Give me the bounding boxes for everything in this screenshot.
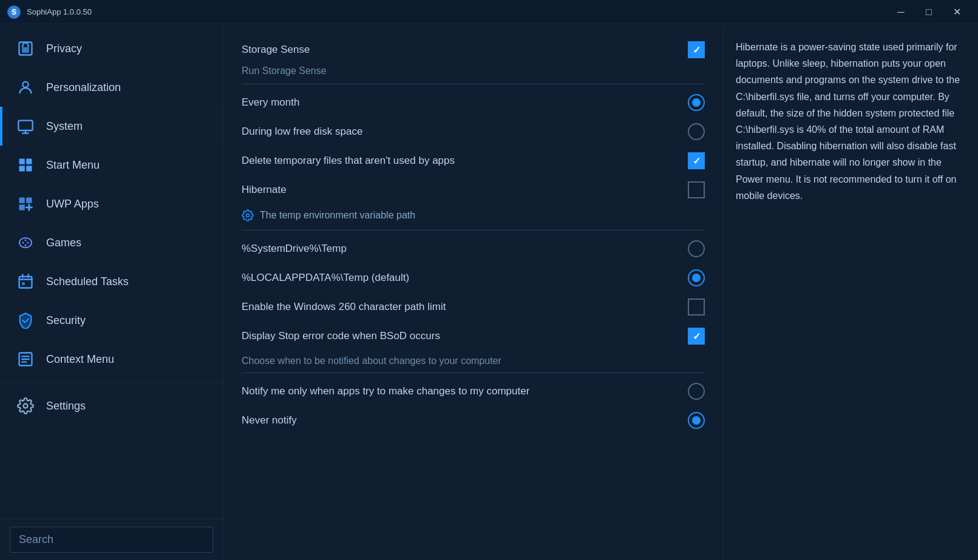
sidebar-context-menu-label: Context Menu <box>46 353 114 366</box>
uac-section-title: Choose when to be notified about changes… <box>242 352 705 368</box>
low-disk-space-row: During low free disk space <box>242 118 705 145</box>
svg-rect-10 <box>19 204 25 210</box>
sidebar-games-label: Games <box>46 237 81 249</box>
delete-temp-checkbox[interactable]: ✓ <box>688 152 705 169</box>
delete-temp-row: Delete temporary files that aren't used … <box>242 147 705 174</box>
minimize-button[interactable]: ─ <box>887 2 915 22</box>
notify-apps-radio[interactable] <box>688 383 705 400</box>
storage-sense-check: ✓ <box>693 44 701 56</box>
hibernate-checkbox[interactable] <box>688 181 705 198</box>
storage-sense-label: Storage Sense <box>242 44 688 56</box>
sidebar-item-privacy[interactable]: Privacy <box>0 29 223 68</box>
low-disk-space-label: During low free disk space <box>242 126 688 138</box>
sidebar-scheduled-tasks-label: Scheduled Tasks <box>46 275 129 288</box>
svg-point-14 <box>25 245 27 246</box>
never-notify-radio[interactable] <box>688 412 705 429</box>
info-panel: Hibernate is a power-saving state used p… <box>723 24 978 560</box>
systemdrive-temp-label: %SystemDrive%\Temp <box>242 243 688 255</box>
never-notify-row: Never notify <box>242 407 705 434</box>
sidebar-item-system[interactable]: System <box>0 107 223 146</box>
sidebar-nav: Privacy Personalization <box>0 24 223 519</box>
content-area: Storage Sense ✓ Run Storage Sense Every … <box>223 24 723 560</box>
svg-point-12 <box>27 242 29 244</box>
personalization-icon <box>15 76 36 98</box>
divider-1 <box>242 84 705 84</box>
every-month-dot <box>692 98 701 107</box>
temp-path-label: The temp environment variable path <box>260 210 415 221</box>
every-month-label: Every month <box>242 96 688 109</box>
context-menu-icon <box>15 348 36 370</box>
svg-rect-1 <box>22 47 29 53</box>
divider-3 <box>242 373 705 373</box>
localappdata-temp-radio[interactable] <box>688 269 705 286</box>
sidebar-divider <box>0 382 223 383</box>
app-logo: S <box>7 5 21 19</box>
localappdata-temp-row: %LOCALAPPDATA%\Temp (default) <box>242 265 705 291</box>
systemdrive-temp-row: %SystemDrive%\Temp <box>242 235 705 262</box>
hibernate-label: Hibernate <box>242 184 688 196</box>
delete-temp-check: ✓ <box>693 155 701 167</box>
svg-rect-4 <box>19 159 25 164</box>
scheduled-tasks-icon <box>15 271 36 292</box>
app-title: SophiApp 1.0.0.50 <box>27 7 887 16</box>
svg-rect-7 <box>26 166 32 171</box>
delete-temp-label: Delete temporary files that aren't used … <box>242 155 688 167</box>
sidebar-search-area <box>0 519 223 560</box>
hibernate-row: Hibernate <box>242 177 705 203</box>
low-disk-space-radio[interactable] <box>688 123 705 140</box>
win260-path-row: Enable the Windows 260 character path li… <box>242 294 705 320</box>
win260-path-checkbox[interactable] <box>688 299 705 315</box>
notify-apps-row: Notify me only when apps try to make cha… <box>242 378 705 405</box>
sidebar-item-start-menu[interactable]: Start Menu <box>0 146 223 184</box>
sidebar-item-settings[interactable]: Settings <box>0 386 223 425</box>
svg-rect-8 <box>19 198 25 203</box>
sidebar: Privacy Personalization <box>0 24 223 560</box>
storage-sense-checkbox[interactable]: ✓ <box>688 41 705 58</box>
svg-rect-5 <box>26 159 32 164</box>
sidebar-settings-label: Settings <box>46 400 86 413</box>
sidebar-security-label: Security <box>46 314 86 327</box>
svg-rect-6 <box>19 166 25 171</box>
sidebar-item-scheduled-tasks[interactable]: Scheduled Tasks <box>0 262 223 301</box>
localappdata-temp-label: %LOCALAPPDATA%\Temp (default) <box>242 272 688 284</box>
maximize-button[interactable]: □ <box>915 2 943 22</box>
storage-sense-row: Storage Sense ✓ <box>242 36 705 63</box>
gear-icon <box>242 209 254 221</box>
privacy-icon <box>15 38 36 59</box>
sidebar-uwp-apps-label: UWP Apps <box>46 198 99 211</box>
svg-rect-15 <box>19 277 32 288</box>
sidebar-privacy-label: Privacy <box>46 42 82 55</box>
temp-path-gear-row: The temp environment variable path <box>242 206 705 225</box>
bsod-stop-row: Display Stop error code when BSoD occurs… <box>242 323 705 349</box>
localappdata-temp-dot <box>692 274 701 282</box>
search-input[interactable] <box>10 527 213 553</box>
sidebar-item-context-menu[interactable]: Context Menu <box>0 340 223 379</box>
games-icon <box>15 232 36 254</box>
every-month-row: Every month <box>242 89 705 116</box>
sidebar-personalization-label: Personalization <box>46 81 121 94</box>
title-bar: S SophiApp 1.0.0.50 ─ □ ✕ <box>0 0 978 24</box>
svg-point-11 <box>22 242 24 244</box>
every-month-radio[interactable] <box>688 94 705 111</box>
close-button[interactable]: ✕ <box>943 2 971 22</box>
sidebar-item-uwp-apps[interactable]: UWP Apps <box>0 184 223 223</box>
notify-apps-label: Notify me only when apps try to make cha… <box>242 385 688 397</box>
window-controls: ─ □ ✕ <box>887 2 971 22</box>
svg-rect-9 <box>26 198 32 203</box>
systemdrive-temp-radio[interactable] <box>688 240 705 257</box>
settings-icon <box>15 395 36 417</box>
svg-rect-3 <box>18 121 32 130</box>
info-panel-text: Hibernate is a power-saving state used p… <box>736 39 966 204</box>
system-icon <box>15 115 36 137</box>
sidebar-item-games[interactable]: Games <box>0 223 223 262</box>
run-storage-sense-label: Run Storage Sense <box>242 66 705 76</box>
win260-path-label: Enable the Windows 260 character path li… <box>242 301 688 313</box>
sidebar-item-personalization[interactable]: Personalization <box>0 68 223 107</box>
never-notify-dot <box>692 416 701 425</box>
bsod-stop-check: ✓ <box>693 331 701 342</box>
uwp-apps-icon <box>15 193 36 215</box>
sidebar-item-security[interactable]: Security <box>0 301 223 340</box>
bsod-stop-checkbox[interactable]: ✓ <box>688 328 705 345</box>
svg-point-2 <box>22 82 28 87</box>
app-body: Privacy Personalization <box>0 24 978 560</box>
